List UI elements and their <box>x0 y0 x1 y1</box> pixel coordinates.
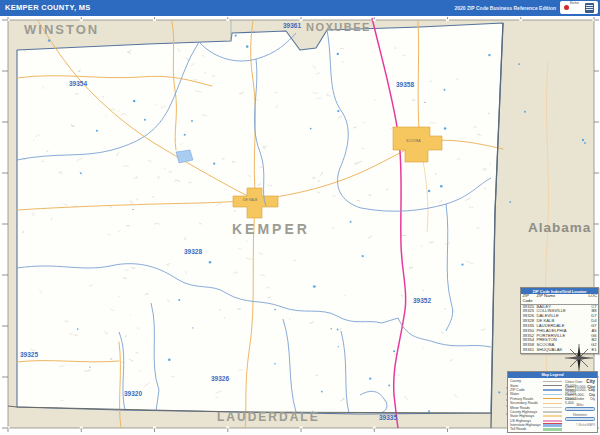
legend-line-sample <box>543 381 562 382</box>
city-label-dekalb: DE KALB <box>243 198 258 202</box>
legend-line-sample <box>543 423 562 426</box>
legend-line-sample <box>543 415 562 417</box>
legend-item-label: Minor Roads <box>510 406 530 410</box>
legend-item-label: County <box>510 379 521 383</box>
col-loc: LOC <box>589 294 597 304</box>
legend-line-sample <box>543 407 562 408</box>
legend-city-size: Cities Under 5,000City <box>565 397 595 402</box>
legend-line-sample <box>543 385 562 387</box>
page-title: KEMPER COUNTY, MS <box>5 3 91 12</box>
county-label-lauderdale: LAUDERDALE <box>217 410 320 424</box>
legend-item-label: County Highways <box>510 410 537 414</box>
zip-label-39325: 39325 <box>20 351 38 358</box>
city-size-sample: City <box>588 388 595 392</box>
legend-line-sample <box>543 394 562 395</box>
legend-line-sample <box>543 403 562 404</box>
city-size-sample: City <box>590 397 595 401</box>
logo-sub-text: Market <box>570 1 579 5</box>
copyright-text: © MarketMAPS <box>565 423 595 427</box>
legend-line-sample <box>543 389 562 390</box>
compass-rose-icon <box>563 342 595 374</box>
legend-item-label: Interstate Highways <box>510 423 541 427</box>
zip-label-39352: 39352 <box>413 297 431 304</box>
legend-item: Toll Roads <box>510 427 562 431</box>
header-bar: KEMPER COUNTY, MS 2020 ZIP Code Business… <box>0 0 600 16</box>
zip-label-39358: 39358 <box>396 81 414 88</box>
zip-label-39354: 39354 <box>69 80 87 87</box>
county-label-winston: WINSTON <box>24 22 99 37</box>
state-label-alabama: Alabama <box>528 220 591 235</box>
logo-edition-badge <box>585 3 594 13</box>
zip-code-wall-map-page: KEMPER COUNTY, MS 2020 ZIP Code Business… <box>0 0 600 435</box>
zip-label-39326: 39326 <box>211 375 229 382</box>
scale-bar-kilometers: Kilometers <box>565 413 595 421</box>
scale-bar-miles: Miles <box>565 403 595 411</box>
city-label-scooba: SCOOBA <box>406 139 421 143</box>
legend-line-sample <box>543 398 562 399</box>
legend-item-label: Water <box>510 392 519 396</box>
zip-label-39320: 39320 <box>124 390 142 397</box>
county-label-kemper: KEMPER <box>232 221 310 237</box>
logo-dot-icon <box>564 5 569 10</box>
legend-item-label: Toll Roads <box>510 427 526 431</box>
legend-city-sizes: Cities Over 75,000City Cities 25,000-75,… <box>565 379 595 432</box>
legend-line-items: County State ZIP Code Water Primary Road… <box>510 379 562 432</box>
legend-line-sample <box>543 411 562 412</box>
map-legend: Map Legend County State ZIP Code Water P… <box>507 371 598 433</box>
county-label-noxubee: NOXUBEE <box>306 21 371 33</box>
city-size-sample: City <box>589 393 595 397</box>
legend-item-label: Primary Roads <box>510 397 533 401</box>
legend-item-label: State <box>510 384 518 388</box>
col-zip-code: ZIP Code <box>523 294 537 304</box>
publisher-logo: Market MAPS <box>560 1 598 14</box>
zip-label-39361: 39361 <box>283 22 301 29</box>
col-zip-name: ZIP Name <box>537 294 589 304</box>
zip-label-39335: 39335 <box>379 414 397 421</box>
legend-line-sample <box>543 428 562 430</box>
legend-item-label: US Highways <box>510 419 531 423</box>
legend-line-sample <box>543 420 562 422</box>
legend-item-label: Secondary Roads <box>510 401 538 405</box>
legend-item-label: ZIP Code <box>510 388 525 392</box>
edition-subtitle: 2020 ZIP Code Business Reference Edition <box>454 5 556 11</box>
cell-zip: 39361 <box>523 348 537 353</box>
legend-item-label: State Highways <box>510 414 534 418</box>
zip-label-39328: 39328 <box>184 248 202 255</box>
